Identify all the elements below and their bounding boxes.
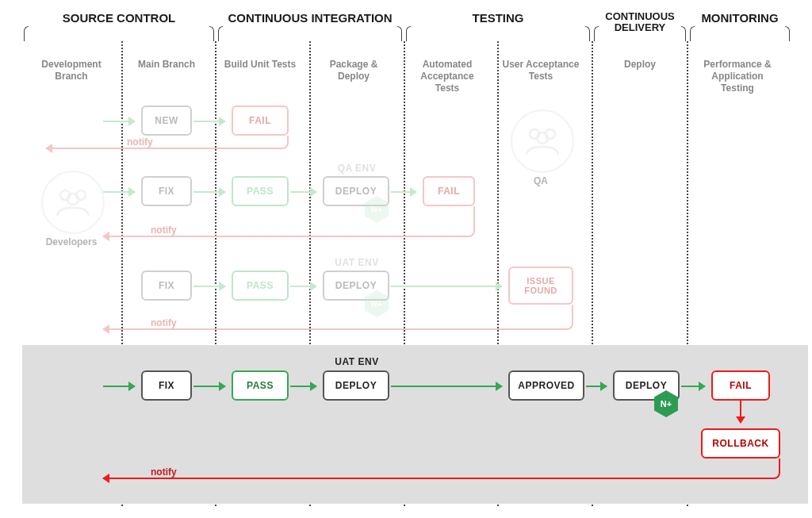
arrow-right: [290, 286, 316, 287]
arrow-right: [193, 121, 225, 122]
developers-label: Developers: [36, 236, 107, 247]
highlight-panel: [22, 345, 808, 504]
env-uat-label: UAT ENV: [325, 356, 389, 367]
developers-icon: [41, 171, 105, 234]
box-rollback: ROLLBACK: [701, 428, 780, 459]
env-qa-label: QA ENV: [325, 163, 389, 174]
col-dev-branch: Development Branch: [32, 59, 111, 82]
phase-bracket: [406, 26, 590, 40]
box-approved: APPROVED: [508, 370, 584, 401]
col-auto-accept: Automated Acceptance Tests: [408, 59, 487, 94]
box-issue-found: ISSUE FOUND: [508, 267, 573, 305]
arrow-right: [290, 191, 316, 193]
notify-label: notify: [151, 466, 177, 478]
col-build-unit-tests: Build Unit Tests: [220, 59, 300, 71]
notify-label: notify: [151, 317, 177, 328]
arrow-notify: [103, 328, 541, 330]
phase-bracket: [690, 26, 790, 40]
phase-bracket: [218, 26, 402, 40]
box-new: NEW: [141, 106, 192, 136]
arrow-right: [391, 386, 502, 387]
arrow-right: [391, 191, 416, 193]
diagram-stage: SOURCE CONTROL CONTINUOUS INTEGRATION TE…: [0, 0, 812, 518]
notify-label: notify: [127, 136, 153, 148]
arrow-right: [103, 121, 135, 122]
box-pass: PASS: [232, 370, 289, 401]
arrow-right: [103, 191, 135, 193]
arrow-notify: [103, 478, 741, 479]
env-uat-label: UAT ENV: [325, 257, 389, 268]
phase-continuous-integration: CONTINUOUS INTEGRATION: [218, 11, 402, 25]
arrow-notify: [46, 148, 260, 149]
arrow-right: [193, 191, 225, 193]
arrow-right: [586, 386, 607, 387]
arrow-right: [103, 386, 135, 387]
notify-label: notify: [151, 224, 177, 236]
box-fail: FAIL: [232, 106, 289, 136]
col-user-accept: User Acceptance Tests: [501, 59, 580, 82]
phase-continuous-delivery: CONTINUOUSDELIVERY: [594, 11, 686, 33]
nginx-plus-icon: N+: [365, 290, 389, 317]
arrow-right: [681, 386, 705, 387]
col-package-deploy: Package & Deploy: [314, 59, 393, 82]
box-fail: FAIL: [711, 370, 770, 401]
box-fix: FIX: [141, 370, 192, 401]
box-fix: FIX: [141, 271, 192, 301]
phase-monitoring: MONITORING: [690, 11, 790, 25]
arrow-right: [290, 386, 316, 387]
nginx-plus-icon: N+: [365, 196, 389, 223]
box-fail: FAIL: [423, 176, 475, 206]
feedback-curve: [539, 305, 573, 330]
phase-source-control: SOURCE CONTROL: [24, 11, 214, 25]
phase-testing: TESTING: [406, 11, 590, 25]
qa-label: QA: [505, 175, 576, 186]
arrow-down: [740, 401, 741, 423]
feedback-curve: [259, 136, 289, 149]
arrow-right: [193, 286, 225, 287]
arrow-right: [391, 286, 502, 287]
feedback-curve: [740, 459, 780, 479]
nginx-plus-icon: N+: [654, 390, 678, 417]
feedback-curve: [444, 206, 475, 237]
qa-icon: [511, 109, 574, 173]
arrow-notify: [103, 236, 446, 237]
box-pass: PASS: [232, 176, 289, 206]
phase-bracket: [24, 26, 214, 40]
col-main-branch: Main Branch: [127, 59, 206, 71]
box-deploy: DEPLOY: [323, 370, 389, 401]
box-pass: PASS: [232, 271, 289, 301]
arrow-right: [193, 386, 225, 387]
box-fix: FIX: [141, 176, 192, 206]
col-deploy: Deploy: [600, 59, 680, 71]
col-perf-app-testing: Performance & Application Testing: [698, 59, 777, 94]
